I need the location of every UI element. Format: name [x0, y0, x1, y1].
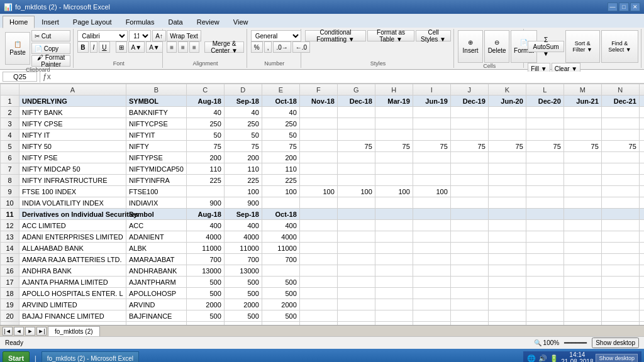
close-button[interactable]: ✕ — [630, 3, 640, 11]
cell-i7[interactable] — [413, 163, 450, 175]
cut-button[interactable]: ✂ Cut — [31, 30, 70, 41]
cell-d10[interactable]: 900 — [224, 197, 262, 209]
cell-g14[interactable] — [337, 243, 375, 254]
cell-i17[interactable] — [413, 277, 450, 288]
cell-l6[interactable] — [526, 152, 564, 163]
cell-h19[interactable] — [375, 299, 413, 310]
tab-review[interactable]: Review — [190, 16, 226, 28]
cell-o16[interactable] — [639, 265, 644, 277]
cell-o3[interactable] — [639, 118, 644, 129]
cell-o7[interactable] — [639, 163, 644, 175]
cell-d12[interactable]: 400 — [224, 220, 262, 231]
cell-k14[interactable] — [488, 243, 526, 254]
cell-n9[interactable] — [601, 186, 639, 197]
cell-m18[interactable] — [564, 288, 601, 299]
cell-n5[interactable]: 75 — [601, 141, 639, 152]
cell-a18[interactable]: APOLLO HOSPITALS ENTER. L — [19, 288, 126, 299]
cell-e2[interactable]: 40 — [262, 107, 299, 118]
cell-c9[interactable] — [186, 186, 224, 197]
cell-h9[interactable]: 100 — [375, 186, 413, 197]
cell-d8[interactable]: 225 — [224, 175, 262, 186]
cell-k9[interactable] — [488, 186, 526, 197]
cell-i11[interactable] — [413, 209, 450, 220]
cell-c17[interactable]: 500 — [186, 277, 224, 288]
tab-formulas[interactable]: Formulas — [119, 16, 162, 28]
cell-h18[interactable] — [375, 288, 413, 299]
cell-h15[interactable] — [375, 254, 413, 265]
italic-button[interactable]: I — [90, 41, 98, 53]
cell-b2[interactable]: BANKNIFTY — [126, 107, 187, 118]
cell-m10[interactable] — [564, 197, 601, 209]
cell-h16[interactable] — [375, 265, 413, 277]
cell-e13[interactable]: 4000 — [262, 231, 299, 243]
cell-f9[interactable]: 100 — [299, 186, 337, 197]
cell-e14[interactable]: 11000 — [262, 243, 299, 254]
cell-l17[interactable] — [526, 277, 564, 288]
font-family-select[interactable]: Calibri — [77, 30, 128, 41]
cell-k7[interactable] — [488, 163, 526, 175]
cell-i15[interactable] — [413, 254, 450, 265]
cell-m19[interactable] — [564, 299, 601, 310]
cell-i8[interactable] — [413, 175, 450, 186]
cell-f14[interactable] — [299, 243, 337, 254]
cell-n11[interactable] — [601, 209, 639, 220]
cell-j17[interactable] — [450, 277, 488, 288]
wrap-text-button[interactable]: Wrap Text — [167, 30, 201, 41]
cell-h13[interactable] — [375, 231, 413, 243]
cell-g8[interactable] — [337, 175, 375, 186]
cell-h1[interactable]: Mar-19 — [375, 96, 413, 107]
cell-d20[interactable]: 500 — [224, 310, 262, 322]
cell-a5[interactable]: NIFTY 50 — [19, 141, 126, 152]
col-header-n[interactable]: N — [601, 84, 639, 96]
cell-m5[interactable]: 75 — [564, 141, 601, 152]
minimize-button[interactable]: — — [608, 3, 618, 11]
cell-d18[interactable]: 500 — [224, 288, 262, 299]
col-header-d[interactable]: D — [224, 84, 262, 96]
tab-prev-button[interactable]: ◄ — [14, 327, 24, 336]
cell-i9[interactable]: 100 — [413, 186, 450, 197]
cell-b11[interactable]: Symbol — [126, 209, 187, 220]
cell-i6[interactable] — [413, 152, 450, 163]
cell-j1[interactable]: Dec-19 — [450, 96, 488, 107]
align-right-button[interactable]: ≡ — [189, 41, 199, 53]
tab-view[interactable]: View — [226, 16, 255, 28]
cell-l8[interactable] — [526, 175, 564, 186]
show-desktop-taskbar-button[interactable]: Show desktop — [596, 354, 638, 362]
cell-k6[interactable] — [488, 152, 526, 163]
cell-b20[interactable]: BAJFINANCE — [126, 310, 187, 322]
cell-i20[interactable] — [413, 310, 450, 322]
cell-o19[interactable] — [639, 299, 644, 310]
cell-g11[interactable] — [337, 209, 375, 220]
cell-k2[interactable] — [488, 107, 526, 118]
cell-o2[interactable] — [639, 107, 644, 118]
cell-m6[interactable] — [564, 152, 601, 163]
cell-f10[interactable] — [299, 197, 337, 209]
cell-e15[interactable]: 700 — [262, 254, 299, 265]
cell-k18[interactable] — [488, 288, 526, 299]
cell-h4[interactable] — [375, 129, 413, 141]
cell-f16[interactable] — [299, 265, 337, 277]
cell-o17[interactable] — [639, 277, 644, 288]
cell-h12[interactable] — [375, 220, 413, 231]
cell-o10[interactable] — [639, 197, 644, 209]
cell-d16[interactable]: 13000 — [224, 265, 262, 277]
cell-d13[interactable]: 4000 — [224, 231, 262, 243]
cell-e20[interactable]: 500 — [262, 310, 299, 322]
cell-g2[interactable] — [337, 107, 375, 118]
cell-i5[interactable]: 75 — [413, 141, 450, 152]
autosum-button[interactable]: Σ AutoSum ▼ — [528, 41, 564, 52]
cell-i19[interactable] — [413, 299, 450, 310]
cell-j11[interactable] — [450, 209, 488, 220]
cell-i16[interactable] — [413, 265, 450, 277]
cell-c14[interactable]: 11000 — [186, 243, 224, 254]
cell-f13[interactable] — [299, 231, 337, 243]
align-left-button[interactable]: ≡ — [167, 41, 177, 53]
cell-e12[interactable]: 400 — [262, 220, 299, 231]
col-header-o[interactable]: O — [639, 84, 644, 96]
cell-c6[interactable]: 200 — [186, 152, 224, 163]
insert-button[interactable]: ⊕ Insert — [458, 30, 483, 63]
cell-c11[interactable]: Aug-18 — [186, 209, 224, 220]
font-color-button[interactable]: A▼ — [146, 41, 163, 53]
maximize-button[interactable]: □ — [619, 3, 629, 11]
cell-f2[interactable] — [299, 107, 337, 118]
